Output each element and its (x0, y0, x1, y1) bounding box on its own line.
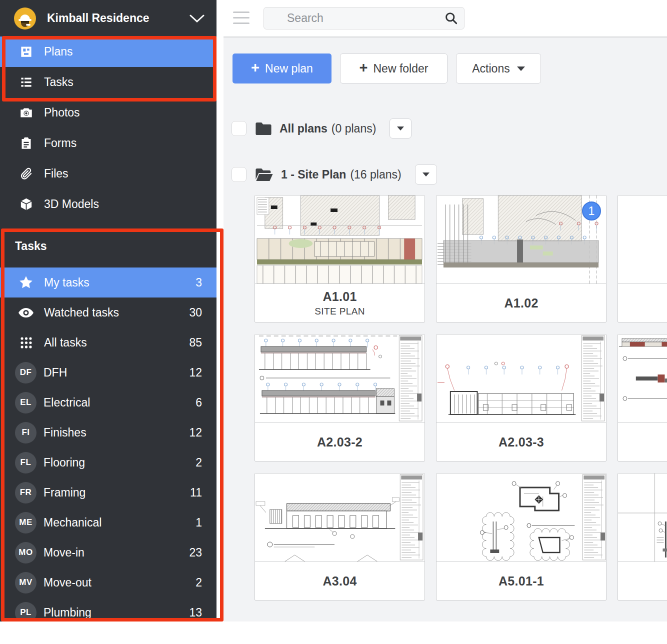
menu-icon[interactable] (233, 12, 250, 28)
new-folder-label: New folder (374, 62, 428, 76)
category-badge: FL (15, 452, 36, 474)
plan-label: A1.02 (436, 284, 606, 322)
task-filter-plumbing[interactable]: PLPlumbing13 (0, 598, 216, 622)
sidebar-item-3d-models[interactable]: 3D Models (0, 189, 216, 220)
task-count: 3 (196, 276, 202, 290)
plan-title: A2.03-3 (498, 435, 544, 450)
task-filter-label: Electrical (44, 396, 196, 410)
main-area: +New plan +New folder Actions All plans … (224, 0, 667, 622)
folder-menu-button[interactable] (415, 164, 437, 184)
plans-content: +New plan +New folder Actions All plans … (224, 38, 667, 622)
folder-checkbox[interactable] (232, 121, 246, 136)
star-icon (15, 275, 37, 290)
plan-label: A5.01-1 (436, 562, 606, 600)
task-filter-label: Flooring (44, 456, 196, 470)
sidebar-item-label: Plans (44, 45, 202, 58)
category-badge: PL (15, 602, 36, 622)
plan-label: A2.03-2 (255, 423, 424, 461)
sidebar: Kimball Residence PlansTasksPhotosFormsF… (0, 0, 216, 622)
plan-thumbnail (255, 196, 424, 284)
folder-closed-icon (255, 122, 272, 136)
project-name: Kimball Residence (47, 12, 190, 25)
plan-thumbnail (618, 196, 667, 284)
sidebar-item-label: Photos (44, 106, 202, 120)
task-filter-list: My tasks3Watched tasks30All tasks85DFDFH… (0, 268, 216, 622)
plan-card[interactable] (618, 473, 667, 600)
task-count: 2 (196, 576, 202, 590)
task-filter-my-tasks[interactable]: My tasks3 (0, 268, 216, 298)
plan-label: A3.04 (255, 562, 424, 600)
sidebar-item-forms[interactable]: Forms (0, 128, 216, 158)
plan-card-a2-03-2[interactable]: A2.03-2 (254, 334, 425, 462)
project-header[interactable]: Kimball Residence (0, 0, 216, 36)
task-count: 11 (190, 486, 202, 500)
new-folder-button[interactable]: +New folder (340, 54, 448, 84)
sidebar-item-label: 3D Models (44, 198, 202, 211)
plan-label: A1.01SITE PLAN (255, 284, 424, 322)
folder-name[interactable]: All plans (280, 122, 328, 136)
plan-card[interactable] (618, 195, 667, 322)
sidebar-scrollbar[interactable] (216, 0, 224, 622)
task-filter-finishes[interactable]: FIFinishes12 (0, 418, 216, 448)
task-count: 23 (189, 546, 202, 560)
task-filter-watched-tasks[interactable]: Watched tasks30 (0, 298, 216, 328)
sidebar-item-photos[interactable]: Photos (0, 98, 216, 128)
plan-title: A1.01 (322, 290, 356, 304)
toolbar: +New plan +New folder Actions (232, 54, 541, 84)
task-filter-all-tasks[interactable]: All tasks85 (0, 328, 216, 358)
photos-icon (15, 106, 37, 120)
task-count: 13 (189, 606, 202, 620)
plans-icon (15, 45, 37, 58)
plan-card-a2-03-3[interactable]: A2.03-3 (436, 334, 606, 462)
tasks-section-title: Tasks (0, 220, 216, 268)
folder-checkbox[interactable] (232, 167, 246, 182)
task-count: 12 (189, 366, 202, 380)
actions-button[interactable]: Actions (456, 54, 541, 84)
task-filter-move-in[interactable]: MOMove-in23 (0, 538, 216, 568)
chevron-down-icon[interactable] (190, 14, 204, 22)
task-count: 2 (196, 456, 202, 470)
3d-models-icon (15, 198, 37, 211)
plan-card-a3-04[interactable]: A3.04 (254, 473, 425, 600)
plan-label (618, 562, 667, 600)
plan-card-a5-01-1[interactable]: A5.01-1 (436, 473, 606, 600)
search-icon[interactable] (444, 12, 458, 25)
task-count: 85 (189, 336, 202, 350)
plan-thumbnail (436, 474, 606, 562)
task-filter-mechanical[interactable]: MEMechanical1 (0, 508, 216, 538)
plan-thumbnail (618, 474, 667, 562)
folder-menu-button[interactable] (390, 118, 412, 138)
folder-count: (16 plans) (350, 168, 401, 182)
task-filter-framing[interactable]: FRFraming11 (0, 478, 216, 508)
plan-label: A2.03-3 (436, 423, 606, 461)
plan-label (618, 423, 667, 461)
sidebar-item-plans[interactable]: Plans (0, 36, 216, 67)
task-filter-flooring[interactable]: FLFlooring2 (0, 448, 216, 478)
task-filter-label: Finishes (44, 426, 189, 440)
category-badge: FR (15, 482, 36, 504)
caret-down-icon (517, 66, 525, 71)
search-input[interactable] (264, 7, 464, 30)
plan-title: A3.04 (322, 574, 356, 588)
task-filter-label: All tasks (44, 336, 189, 350)
sidebar-item-tasks[interactable]: Tasks (0, 67, 216, 98)
task-count: 1 (196, 516, 202, 530)
task-filter-electrical[interactable]: ELElectrical6 (0, 388, 216, 418)
plan-title: A2.03-2 (317, 435, 362, 450)
plan-card-a1-01[interactable]: A1.01SITE PLAN (254, 195, 425, 322)
plan-thumbnail (618, 334, 667, 423)
eye-icon (15, 307, 37, 318)
sidebar-item-files[interactable]: Files (0, 158, 216, 189)
folder-name[interactable]: 1 - Site Plan (281, 168, 346, 182)
task-filter-dfh[interactable]: DFDFH12 (0, 358, 216, 388)
grid-icon (15, 336, 37, 350)
app-window: Kimball Residence PlansTasksPhotosFormsF… (0, 0, 667, 622)
folder-open-icon (255, 168, 274, 182)
task-filter-move-out[interactable]: MVMove-out2 (0, 568, 216, 598)
task-count-badge: 1 (582, 202, 601, 220)
plus-icon: + (251, 60, 260, 75)
plan-card[interactable] (618, 334, 667, 462)
plan-card-a1-02[interactable]: 1A1.02 (436, 195, 606, 322)
caret-down-icon (397, 126, 404, 130)
new-plan-button[interactable]: +New plan (232, 54, 332, 84)
